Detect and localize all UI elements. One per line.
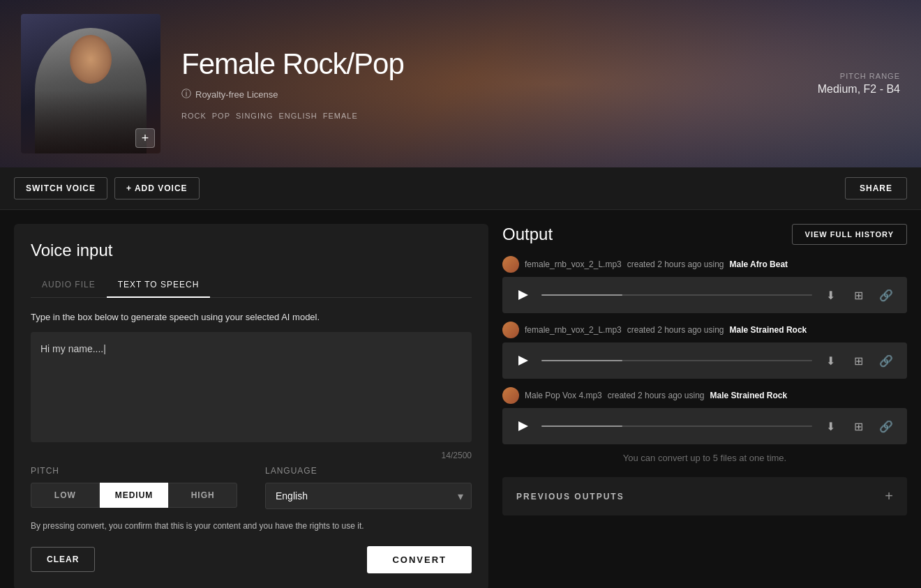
bottom-actions: CLEAR CONVERT bbox=[31, 546, 472, 573]
player-actions-2: ⬇ ⊞ 🔗 bbox=[821, 351, 896, 370]
tag-female: FEMALE bbox=[323, 112, 358, 120]
tag-pop: POP bbox=[212, 112, 230, 120]
convert-notice: You can convert up to 5 files at one tim… bbox=[502, 453, 907, 463]
link-button-3[interactable]: 🔗 bbox=[876, 416, 896, 436]
text-area-wrapper: Hi my name....| bbox=[31, 332, 472, 442]
play-icon-3 bbox=[518, 421, 528, 431]
link-button-2[interactable]: 🔗 bbox=[876, 351, 896, 370]
player-actions-1: ⬇ ⊞ 🔗 bbox=[821, 285, 896, 305]
pitch-medium-button[interactable]: MEDIUM bbox=[100, 483, 169, 508]
play-button-1[interactable] bbox=[514, 285, 533, 305]
pitch-label: Pitch bbox=[31, 466, 237, 476]
output-item-3-filename: Male Pop Vox 4.mp3 bbox=[525, 391, 602, 400]
output-item-3-label: Male Pop Vox 4.mp3 created 2 hours ago u… bbox=[502, 387, 907, 404]
download-button-1[interactable]: ⬇ bbox=[821, 285, 840, 305]
output-item-2-filename: female_rnb_vox_2_L.mp3 bbox=[525, 325, 622, 335]
clear-button[interactable]: CLEAR bbox=[31, 547, 95, 572]
add-to-hero-button[interactable]: + bbox=[135, 128, 155, 148]
output-item-3-created: created 2 hours ago using bbox=[608, 391, 705, 400]
link-button-1[interactable]: 🔗 bbox=[876, 285, 896, 305]
play-icon-1 bbox=[518, 290, 528, 300]
output-item-2-voice: Male Strained Rock bbox=[730, 325, 807, 335]
avatar-3 bbox=[502, 387, 519, 404]
hero-image: + bbox=[21, 14, 160, 153]
output-item-2: female_rnb_vox_2_L.mp3 created 2 hours a… bbox=[502, 322, 907, 379]
hero-info: Female Rock/Pop ⓘ Royalty-free License R… bbox=[181, 47, 900, 120]
previous-outputs-section[interactable]: PREVIOUS OUTPUTS + bbox=[502, 477, 907, 515]
char-count: 14/2500 bbox=[31, 451, 472, 460]
avatar-2 bbox=[502, 322, 519, 338]
grid-button-2[interactable]: ⊞ bbox=[848, 351, 868, 370]
pitch-low-button[interactable]: LOW bbox=[31, 483, 100, 508]
output-item-2-label: female_rnb_vox_2_L.mp3 created 2 hours a… bbox=[502, 322, 907, 338]
output-item-1-voice: Male Afro Beat bbox=[730, 259, 788, 269]
text-input[interactable]: Hi my name....| bbox=[40, 342, 462, 432]
pitch-high-button[interactable]: HIGH bbox=[168, 483, 237, 508]
waveform-2 bbox=[541, 360, 812, 361]
toolbar: SWITCH VOICE + ADD VOICE SHARE bbox=[0, 167, 921, 210]
pitch-range-value: Medium, F2 - B4 bbox=[818, 83, 900, 96]
language-select[interactable]: English bbox=[265, 483, 472, 509]
hero-pitch: PITCH RANGE Medium, F2 - B4 bbox=[818, 72, 900, 96]
license-icon: ⓘ bbox=[181, 88, 191, 100]
audio-player-3: ⬇ ⊞ 🔗 bbox=[502, 408, 907, 444]
output-item-2-created: created 2 hours ago using bbox=[627, 325, 724, 335]
download-button-2[interactable]: ⬇ bbox=[821, 351, 840, 370]
output-item-1-label: female_rnb_vox_2_L.mp3 created 2 hours a… bbox=[502, 256, 907, 273]
hero-tags: ROCK POP SINGING ENGLISH FEMALE bbox=[181, 112, 900, 120]
avatar-1 bbox=[502, 256, 519, 273]
previous-outputs-label: PREVIOUS OUTPUTS bbox=[516, 492, 624, 502]
hero-license: ⓘ Royalty-free License bbox=[181, 88, 900, 100]
tag-rock: ROCK bbox=[181, 112, 207, 120]
tab-text-to-speech[interactable]: TEXT TO SPEECH bbox=[107, 274, 211, 298]
convert-button[interactable]: CONVERT bbox=[367, 546, 472, 573]
output-item-1-created: created 2 hours ago using bbox=[627, 259, 724, 269]
controls-row: Pitch LOW MEDIUM HIGH Language English ▾ bbox=[31, 466, 472, 509]
voice-input-panel: Voice input AUDIO FILE TEXT TO SPEECH Ty… bbox=[14, 224, 488, 588]
pitch-buttons: LOW MEDIUM HIGH bbox=[31, 483, 237, 508]
license-text: Royalty-free License bbox=[195, 89, 278, 100]
expand-icon: + bbox=[885, 488, 893, 504]
download-button-3[interactable]: ⬇ bbox=[821, 416, 840, 436]
output-item-3-voice: Male Strained Rock bbox=[710, 391, 788, 400]
waveform-3 bbox=[541, 425, 812, 427]
hero-title: Female Rock/Pop bbox=[181, 47, 900, 81]
input-tabs: AUDIO FILE TEXT TO SPEECH bbox=[31, 274, 472, 298]
output-item-1: female_rnb_vox_2_L.mp3 created 2 hours a… bbox=[502, 256, 907, 313]
language-label: Language bbox=[265, 466, 472, 476]
audio-player-2: ⬇ ⊞ 🔗 bbox=[502, 342, 907, 379]
output-panel: Output VIEW FULL HISTORY female_rnb_vox_… bbox=[502, 224, 907, 588]
play-icon-2 bbox=[518, 356, 528, 365]
output-item-1-filename: female_rnb_vox_2_L.mp3 bbox=[525, 259, 622, 269]
share-button[interactable]: SHARE bbox=[845, 177, 907, 199]
audio-player-1: ⬇ ⊞ 🔗 bbox=[502, 277, 907, 313]
player-actions-3: ⬇ ⊞ 🔗 bbox=[821, 416, 896, 436]
language-dropdown[interactable]: English ▾ bbox=[265, 483, 472, 509]
main-content: Voice input AUDIO FILE TEXT TO SPEECH Ty… bbox=[0, 210, 921, 588]
pitch-range-label: PITCH RANGE bbox=[818, 72, 900, 80]
view-full-history-button[interactable]: VIEW FULL HISTORY bbox=[792, 224, 907, 245]
input-hint: Type in the box below to generate speech… bbox=[31, 312, 472, 322]
tag-singing: SINGING bbox=[236, 112, 273, 120]
output-header: Output VIEW FULL HISTORY bbox=[502, 224, 907, 245]
waveform-1 bbox=[541, 294, 812, 296]
disclaimer: By pressing convert, you confirm that th… bbox=[31, 520, 472, 532]
output-item-3: Male Pop Vox 4.mp3 created 2 hours ago u… bbox=[502, 387, 907, 444]
tab-audio-file[interactable]: AUDIO FILE bbox=[31, 274, 107, 298]
play-button-2[interactable] bbox=[514, 351, 533, 370]
artist-photo bbox=[35, 28, 147, 153]
language-control: Language English ▾ bbox=[265, 466, 472, 509]
add-voice-button[interactable]: + ADD VOICE bbox=[114, 177, 200, 199]
voice-input-title: Voice input bbox=[31, 241, 472, 260]
play-button-3[interactable] bbox=[514, 416, 533, 436]
grid-button-3[interactable]: ⊞ bbox=[848, 416, 868, 436]
output-title: Output bbox=[502, 225, 553, 244]
pitch-control: Pitch LOW MEDIUM HIGH bbox=[31, 466, 237, 509]
switch-voice-button[interactable]: SWITCH VOICE bbox=[14, 177, 107, 199]
grid-button-1[interactable]: ⊞ bbox=[848, 285, 868, 305]
hero-section: + Female Rock/Pop ⓘ Royalty-free License… bbox=[0, 0, 921, 167]
tag-english: ENGLISH bbox=[278, 112, 317, 120]
